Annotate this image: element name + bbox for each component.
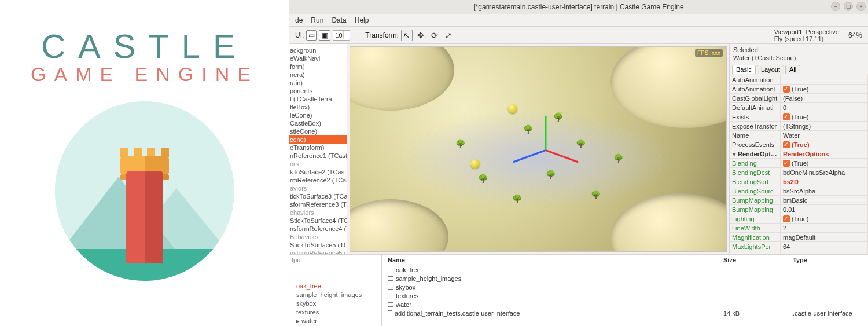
hierarchy-row[interactable]: tleBox) xyxy=(289,103,347,111)
ui-snap-spin[interactable]: 10 xyxy=(333,30,350,41)
hierarchy-row[interactable]: ponents xyxy=(289,87,347,95)
hierarchy-row[interactable]: nera) xyxy=(289,71,347,79)
prop-name: BumpMapping xyxy=(730,196,781,205)
menu-item-run[interactable]: Run xyxy=(311,16,323,24)
hierarchy-row[interactable]: kToSurface2 (TCastleS xyxy=(289,168,347,176)
file-icon xyxy=(388,310,392,316)
prop-value[interactable]: (True) xyxy=(781,85,868,94)
hierarchy-row[interactable]: Behaviors xyxy=(289,233,347,241)
hierarchy-row[interactable]: eTransform) xyxy=(289,144,347,152)
output-tab[interactable]: tput xyxy=(289,256,381,265)
prop-value[interactable]: 0.01 xyxy=(781,205,868,214)
ui-rect-outline-button[interactable]: ▭ xyxy=(306,30,317,41)
maximize-button[interactable]: ▢ xyxy=(844,2,853,11)
hierarchy-row[interactable]: aviors xyxy=(289,184,347,192)
hierarchy-row[interactable]: StickToSurface4 (TCastleS xyxy=(289,217,347,225)
tab-basic[interactable]: Basic xyxy=(732,65,756,74)
menu-item-data[interactable]: Data xyxy=(332,16,346,24)
minimize-button[interactable]: – xyxy=(831,2,840,11)
file-row[interactable]: sample_height_images xyxy=(382,274,868,283)
editor-window: [*gamestatemain.castle-user-interface] t… xyxy=(289,0,868,326)
hierarchy-row[interactable]: CastleBox) xyxy=(289,119,347,127)
hierarchy-row[interactable]: ors xyxy=(289,160,347,168)
prop-value[interactable]: RenderOptions xyxy=(781,149,868,159)
hierarchy-row[interactable]: eWalkNavi xyxy=(289,54,347,63)
prop-value[interactable]: bsSrcAlpha xyxy=(781,186,868,196)
file-row[interactable]: skybox xyxy=(382,283,868,291)
menu-item-0[interactable]: de xyxy=(295,16,303,24)
prop-value[interactable] xyxy=(781,75,868,85)
ui-rect-add-button[interactable]: ▣ xyxy=(319,30,330,41)
col-size[interactable]: Size xyxy=(723,257,793,263)
prop-value[interactable]: bmBasic xyxy=(781,196,868,205)
prop-value[interactable]: 2 xyxy=(781,224,868,233)
transform-gizmo[interactable] xyxy=(546,149,547,151)
hierarchy-panel[interactable]: ackgrouneWalkNaviform)nera)rain)ponentst… xyxy=(289,44,347,254)
prop-value[interactable]: Water xyxy=(781,131,868,140)
viewport-3d[interactable]: 🌳 🌳 🌳 🌳 🌳 🌳 🌳 🌳 🌳 FPS: xxx xyxy=(350,46,727,252)
prop-value[interactable]: (True) xyxy=(781,112,868,122)
selected-value: Water (TCastleScene) xyxy=(733,54,865,62)
tool-move-icon[interactable]: ✥ xyxy=(415,30,426,41)
hierarchy-row[interactable]: nsformReference5 (TCastle xyxy=(289,249,347,254)
hierarchy-row[interactable]: ehaviors xyxy=(289,208,347,217)
prop-value[interactable]: 64 xyxy=(781,242,868,251)
hierarchy-row[interactable]: leCone) xyxy=(289,111,347,119)
prop-value[interactable]: (True) xyxy=(781,159,868,168)
asset-tree[interactable]: tput oak_treesample_height_imagesskyboxt… xyxy=(289,255,382,326)
hierarchy-row[interactable]: nReference1 (TCastle xyxy=(289,152,347,160)
menubar: de Run Data Help xyxy=(289,14,868,27)
tool-scale-icon[interactable]: ⤢ xyxy=(443,30,454,41)
file-row[interactable]: oak_tree xyxy=(382,265,868,274)
prop-value[interactable]: (True) xyxy=(781,214,868,224)
file-row[interactable]: water xyxy=(382,300,868,309)
close-button[interactable]: × xyxy=(856,2,866,11)
hierarchy-row[interactable]: StickToSurface5 (TCastleS xyxy=(289,241,347,249)
prop-name: ExposeTransfor xyxy=(730,122,781,131)
hierarchy-row[interactable]: form) xyxy=(289,63,347,71)
menu-item-help[interactable]: Help xyxy=(355,16,369,24)
folder-icon xyxy=(388,294,393,298)
tool-select-icon[interactable]: ↖ xyxy=(401,30,413,41)
hierarchy-row[interactable]: t (TCastleTerra xyxy=(289,95,347,103)
hierarchy-row[interactable]: tickToSurface3 (TCastleS xyxy=(289,192,347,200)
file-row[interactable]: textures xyxy=(382,291,868,300)
promo-panel: CASTLE GAME ENGINE xyxy=(0,0,289,326)
col-name[interactable]: Name xyxy=(382,257,723,263)
titlebar: [*gamestatemain.castle-user-interface] t… xyxy=(289,0,868,14)
hierarchy-row[interactable]: nsformReference4 (TCastle xyxy=(289,225,347,233)
prop-name: CastGlobalLight xyxy=(730,94,781,103)
prop-value[interactable]: bdOneMinusSrcAlpha xyxy=(781,168,868,177)
folder-icon xyxy=(388,302,393,307)
prop-value[interactable]: (TStrings) xyxy=(781,122,868,131)
hierarchy-row[interactable]: sformReference3 (TCastle xyxy=(289,200,347,208)
prop-name: Blending xyxy=(730,159,781,168)
hierarchy-row[interactable]: cene) xyxy=(289,135,347,144)
prop-name: AutoAnimation xyxy=(730,75,781,85)
col-type[interactable]: Type xyxy=(793,257,868,263)
prop-name: MaxLightsPer xyxy=(730,242,781,251)
prop-value[interactable]: bs2D xyxy=(781,177,868,186)
hierarchy-row[interactable]: ackgroun xyxy=(289,46,347,54)
folder-icon xyxy=(388,268,393,272)
file-row[interactable]: additional_terrain_tests.castle-user-int… xyxy=(382,309,868,317)
asset-tree-item[interactable]: oak_tree xyxy=(289,282,381,291)
prop-value[interactable]: 0 xyxy=(781,103,868,112)
hierarchy-row[interactable]: rmReference2 (TCastle xyxy=(289,176,347,184)
asset-tree-item[interactable]: textures xyxy=(289,308,381,317)
prop-value[interactable]: magDefault xyxy=(781,233,868,242)
tab-layout[interactable]: Layout xyxy=(757,65,784,74)
hierarchy-row[interactable]: stleCone) xyxy=(289,127,347,135)
prop-name: AutoAnimationL xyxy=(730,85,781,94)
hierarchy-row[interactable]: rain) xyxy=(289,79,347,87)
prop-name: Exists xyxy=(730,112,781,122)
tool-rotate-icon[interactable]: ⟳ xyxy=(429,30,440,41)
asset-tree-item[interactable]: skybox xyxy=(289,299,381,308)
asset-tree-item[interactable]: ▸ water xyxy=(289,317,381,325)
prop-value[interactable]: (False) xyxy=(781,94,868,103)
prop-value[interactable]: minDefault xyxy=(781,251,868,254)
tab-all[interactable]: All xyxy=(785,65,800,74)
prop-name: Name xyxy=(730,131,781,140)
prop-value[interactable]: (True) xyxy=(781,140,868,149)
asset-tree-item[interactable]: sample_height_images xyxy=(289,291,381,299)
